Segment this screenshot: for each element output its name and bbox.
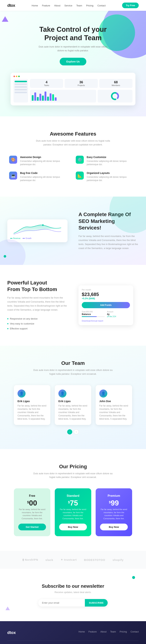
bar-6 <box>47 97 49 101</box>
seo-chart-card: Revenue Growth <box>7 220 68 242</box>
seo-section: Revenue Growth A Complete Range Of SEO M… <box>0 196 146 265</box>
stat-card-0: 4 Tasks <box>30 79 63 88</box>
nav-logo: dtox <box>7 3 15 8</box>
finance-stat-amount: Amount 4y 24 the 2/14 <box>107 311 130 318</box>
footer-links: Home Feature About Team Pricing Contact <box>78 630 139 633</box>
nav-contact[interactable]: Contact <box>97 4 106 7</box>
features-grid: 🎨 Awesome Design Consectetur adipiscing … <box>9 156 137 182</box>
team-avatar-0: 👤 <box>17 390 25 398</box>
legend-item-2: Growth <box>23 237 31 239</box>
mockup-stats: 4 Tasks 36 Projects 68 Members <box>30 79 133 88</box>
finance-stat-goal: Goal $50,506 Balance <box>82 311 105 318</box>
team-name-0: Erik Ligas <box>17 400 47 403</box>
team-avatar-1: 👤 <box>58 390 66 398</box>
pricing-card-standard: Standard $ 75 Far far away, behind the w… <box>55 488 91 536</box>
subscribe-button[interactable]: SUBSCRIBE <box>85 599 108 606</box>
finance-change: +5.2% ($448) <box>82 297 130 300</box>
nav-feature[interactable]: Feature <box>42 4 50 7</box>
dot-yellow <box>16 76 17 77</box>
logo-0: ⧫ NordVPN <box>22 558 38 562</box>
pricing-plan-free: Free <box>18 494 46 498</box>
team-grid: 👤 Erik Ligas Far far away, behind the wo… <box>7 385 139 425</box>
newsletter-triangle <box>5 606 10 610</box>
powerful-section: Powerful Layout From Top To Bottom Far f… <box>0 265 146 346</box>
legend-line-2 <box>23 238 25 238</box>
powerful-desc: Far far away, behind the word mountains … <box>7 296 68 312</box>
try-free-button[interactable]: Try Free <box>122 2 139 8</box>
seo-desc: Far far away, behind the word mountains,… <box>78 234 139 250</box>
pricing-card-free: Free $ 00 Far far away, behind the word … <box>14 488 50 536</box>
bar-7 <box>50 93 51 101</box>
pricing-desc-premium: Far far away, behind the word mountains,… <box>100 508 128 520</box>
hero-subtitle: Duis aute irure dolor in reprehenderit i… <box>38 45 108 52</box>
progress-bar-container <box>82 316 105 317</box>
seo-bg-shape-purple <box>0 239 25 265</box>
chart-point <box>42 224 44 226</box>
pricing-desc-free: Far far away, behind the word mountains,… <box>18 508 46 520</box>
feature-text-1: Easy Customize Consectetur adipiscing el… <box>87 156 137 166</box>
powerful-list-item-1: Very easy to customize <box>7 321 68 326</box>
features-section: Awesome Features Duis aute irure dolor i… <box>0 116 146 197</box>
feature-card-3: 📐 Organized Layouts Consectetur adipisci… <box>76 172 137 182</box>
pricing-cta-free[interactable]: Get Started <box>18 524 46 530</box>
footer-link-feature[interactable]: Feature <box>89 630 97 633</box>
explore-button[interactable]: Explore Us <box>60 58 86 66</box>
sidebar-item-active <box>14 81 27 82</box>
feature-text-0: Awesome Design Consectetur adipiscing el… <box>20 156 70 166</box>
pricing-cta-premium[interactable]: Buy Now <box>100 524 128 530</box>
pricing-subtitle: Duis aute irure dolor in reprehenderit i… <box>33 472 113 480</box>
feature-text-3: Organized Layouts Consectetur adipiscing… <box>87 172 137 182</box>
footer-link-home[interactable]: Home <box>78 630 85 633</box>
nav-team[interactable]: Team <box>76 4 82 7</box>
team-nav-prev[interactable]: ‹ <box>67 429 72 434</box>
footer-link-team[interactable]: Team <box>110 630 116 633</box>
add-funds-button[interactable]: Add Funds <box>82 302 130 308</box>
nav-home[interactable]: Home <box>32 4 38 7</box>
nav-pricing[interactable]: Pricing <box>86 4 93 7</box>
nav-links: Home Feature About Service Team Pricing … <box>32 4 106 7</box>
finance-period: Per month <box>82 289 130 291</box>
feature-icon-customize: ⚙️ <box>76 156 84 164</box>
features-subtitle: Duis aute irure dolor in voluptate velit… <box>33 139 113 147</box>
pricing-cta-standard[interactable]: Buy Now <box>59 524 87 530</box>
bar-4 <box>42 96 44 101</box>
footer: dtox Home Feature About Team Pricing Con… <box>0 621 146 644</box>
pricing-desc-standard: Far far away, behind the word mountains,… <box>59 508 87 520</box>
nav-about[interactable]: About <box>54 4 60 7</box>
footer-link-about[interactable]: About <box>100 630 107 633</box>
feature-card-2: 💻 Bug free Code Consectetur adipiscing e… <box>9 172 70 182</box>
team-subtitle: Duis aute irure dolor in reprehenderit i… <box>33 368 113 376</box>
finance-card: Per month $23,685 +5.2% ($448) Add Funds… <box>78 285 133 325</box>
nav-service[interactable]: Service <box>64 4 72 7</box>
pricing-price-free: $ 00 <box>18 499 46 507</box>
donut-chart <box>98 90 133 102</box>
hero-title: Take Control of your Project and Team <box>39 26 107 42</box>
newsletter-section: Subscribe to our newsletter Receive upda… <box>0 569 146 621</box>
bar-chart-bars <box>32 92 94 101</box>
feature-card-0: 🎨 Awesome Design Consectetur adipiscing … <box>9 156 70 166</box>
hero-section: Take Control of your Project and Team Du… <box>0 11 146 116</box>
footer-link-pricing[interactable]: Pricing <box>120 630 127 633</box>
chart-legend: Revenue Growth <box>10 237 65 239</box>
bar-3 <box>39 94 41 101</box>
pricing-price-premium: $ 99 <box>100 499 128 507</box>
newsletter-form: SUBSCRIBE <box>38 599 108 606</box>
feature-icon-design: 🎨 <box>9 156 17 164</box>
footer-link-contact[interactable]: Contact <box>131 630 139 633</box>
finance-stats: Goal $50,506 Balance Amount 4y 24 the 2/… <box>82 311 130 318</box>
download-report[interactable]: Download Annual report <box>82 320 130 322</box>
team-desc-0: Far far away, behind the word mountains,… <box>17 404 47 420</box>
newsletter-dot <box>132 576 135 579</box>
newsletter-input[interactable] <box>38 599 85 606</box>
dot-green <box>18 76 20 77</box>
sidebar-item-4 <box>14 92 27 93</box>
logo-1: slack <box>45 558 53 562</box>
features-title: Awesome Features <box>7 131 139 137</box>
pricing-price-standard: $ 75 <box>59 499 87 507</box>
feature-icon-code: 💻 <box>9 172 17 180</box>
legend-line-1 <box>10 238 12 238</box>
bar-2 <box>37 97 39 101</box>
bar-5 <box>44 92 46 101</box>
team-nav-next[interactable]: › <box>74 429 79 434</box>
feature-card-1: ⚙️ Easy Customize Consectetur adipiscing… <box>76 156 137 166</box>
